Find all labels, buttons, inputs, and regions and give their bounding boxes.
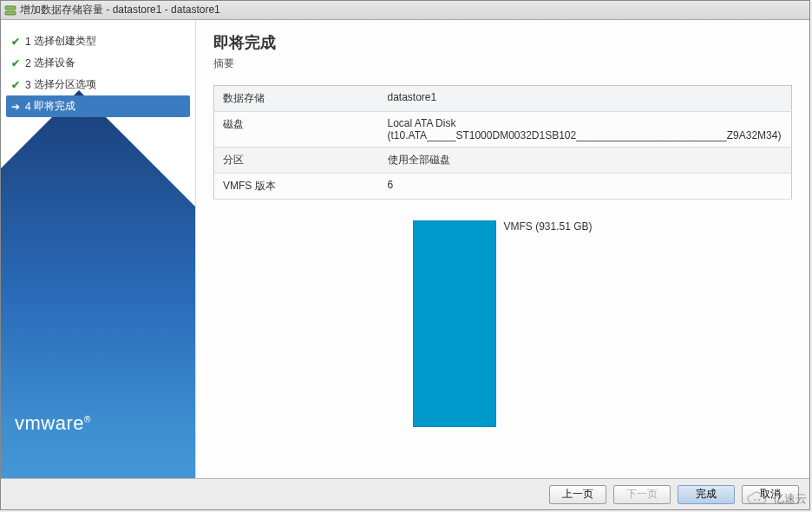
step-partition-options[interactable]: ✔ 3 选择分区选项 (6, 74, 190, 95)
wizard-steps: ✔ 1 选择创建类型 ✔ 2 选择设备 ✔ 3 选择分区选项 ➔ 4 即将完成 (1, 20, 195, 128)
page-title: 即将完成 (213, 32, 792, 53)
sidebar: vmware® ✔ 1 选择创建类型 ✔ 2 选择设备 ✔ 3 选择分区选项 ➔… (1, 20, 196, 478)
partition-value: 使用全部磁盘 (379, 148, 792, 174)
datastore-icon (4, 4, 16, 16)
step-select-device[interactable]: ✔ 2 选择设备 (6, 52, 190, 74)
vmfs-partition-label: VMFS (931.51 GB) (503, 220, 592, 233)
table-row: 数据存储 datastore1 (214, 86, 792, 112)
step-select-type[interactable]: ✔ 1 选择创建类型 (6, 30, 190, 52)
titlebar: 增加数据存储容量 - datastore1 - datastore1 (1, 1, 809, 20)
svg-rect-0 (5, 6, 16, 10)
prev-button[interactable]: 上一页 (549, 485, 606, 504)
check-icon: ✔ (11, 79, 20, 91)
next-button: 下一页 (613, 485, 671, 504)
vmfs-key: VMFS 版本 (214, 174, 379, 200)
partition-key: 分区 (214, 148, 379, 174)
content: vmware® ✔ 1 选择创建类型 ✔ 2 选择设备 ✔ 3 选择分区选项 ➔… (1, 20, 809, 478)
vmware-logo: vmware® (15, 412, 91, 435)
datastore-value: datastore1 (379, 86, 792, 112)
summary-label: 摘要 (213, 56, 792, 71)
vmfs-value: 6 (379, 174, 792, 200)
table-row: VMFS 版本 6 (214, 174, 792, 200)
datastore-key: 数据存储 (214, 86, 379, 112)
table-row: 磁盘 Local ATA Disk (t10.ATA_____ST1000DM0… (214, 112, 792, 148)
check-icon: ✔ (11, 36, 20, 48)
step-ready-complete[interactable]: ➔ 4 即将完成 (6, 95, 190, 117)
summary-table: 数据存储 datastore1 磁盘 Local ATA Disk (t10.A… (213, 85, 792, 200)
arrow-icon: ➔ (11, 101, 20, 113)
disk-key: 磁盘 (214, 112, 379, 148)
window-title: 增加数据存储容量 - datastore1 - datastore1 (20, 3, 220, 17)
partition-visualization: VMFS (931.51 GB) (213, 220, 792, 427)
vmfs-partition-block (413, 220, 496, 427)
svg-rect-1 (5, 11, 16, 15)
finish-button[interactable]: 完成 (678, 485, 735, 504)
check-icon: ✔ (11, 57, 20, 69)
main-panel: 即将完成 摘要 数据存储 datastore1 磁盘 Local ATA Dis… (196, 20, 809, 478)
wizard-window: 增加数据存储容量 - datastore1 - datastore1 vmwar… (0, 0, 810, 510)
disk-value: Local ATA Disk (t10.ATA_____ST1000DM0032… (379, 112, 792, 148)
wizard-footer: 上一页 下一页 完成 取消 (1, 478, 809, 509)
cancel-button[interactable]: 取消 (742, 485, 799, 504)
table-row: 分区 使用全部磁盘 (214, 148, 792, 174)
